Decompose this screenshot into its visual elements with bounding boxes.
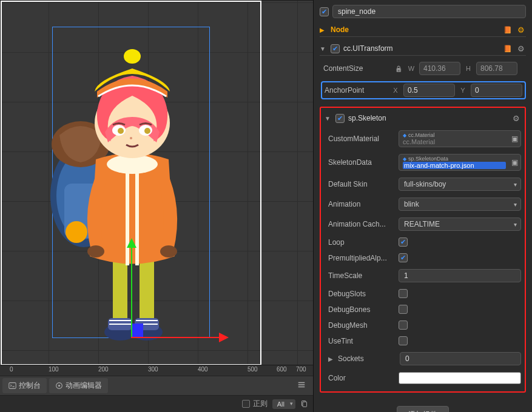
node-gear-icon[interactable] bbox=[516, 25, 526, 35]
svg-point-23 bbox=[58, 385, 60, 387]
node-enabled-checkbox[interactable] bbox=[320, 7, 329, 16]
uitransform-header[interactable]: ▼ cc.UITransform bbox=[320, 42, 526, 56]
premul-label: PremultipliedAlp... bbox=[328, 254, 395, 262]
panel-menu-icon[interactable] bbox=[292, 378, 311, 393]
node-name-row bbox=[320, 5, 526, 18]
w-label: W bbox=[407, 65, 416, 72]
node-name-input[interactable] bbox=[332, 5, 526, 18]
origin-handle[interactable] bbox=[131, 324, 143, 337]
custom-material-label: CustomMaterial bbox=[328, 135, 395, 143]
anim-cache-select[interactable]: REALTIME bbox=[399, 218, 521, 231]
x-label: X bbox=[391, 87, 400, 94]
default-skin-row: Default Skin full-skins/boy bbox=[325, 176, 521, 192]
custom-material-pick-icon[interactable]: ▣ bbox=[511, 135, 518, 143]
width-input[interactable] bbox=[419, 62, 460, 75]
skeleton-section: ▼ sp.Skeleton CustomMaterial cc.Material… bbox=[320, 107, 526, 393]
skeleton-header[interactable]: ▼ sp.Skeleton bbox=[325, 111, 521, 125]
lock-icon[interactable] bbox=[394, 64, 403, 73]
use-tint-checkbox[interactable] bbox=[399, 336, 408, 345]
sockets-disclosure-icon[interactable]: ▶ bbox=[328, 356, 334, 362]
svg-rect-21 bbox=[9, 383, 16, 389]
svg-rect-25 bbox=[303, 402, 307, 407]
uitransform-title: cc.UITransform bbox=[343, 44, 499, 53]
anim-cache-label: Animation Cach... bbox=[328, 220, 395, 228]
loop-checkbox[interactable] bbox=[399, 238, 408, 247]
x-axis-arrow bbox=[219, 333, 229, 342]
debug-slots-label: DebugSlots bbox=[328, 290, 395, 298]
anchorpoint-label: AnchorPoint bbox=[325, 86, 388, 95]
node-title: Node bbox=[331, 25, 499, 34]
height-input[interactable] bbox=[476, 62, 517, 75]
x-axis bbox=[131, 337, 223, 338]
skeleton-data-pick-icon[interactable]: ▣ bbox=[511, 158, 518, 167]
regex-toggle[interactable]: 正则 bbox=[242, 399, 268, 409]
tab-console-label: 控制台 bbox=[19, 380, 41, 391]
skeleton-data-row: SkeletonData sp.SkeletonData mix-and-mat… bbox=[325, 153, 521, 172]
uitransform-gear-icon[interactable] bbox=[516, 44, 526, 53]
skeleton-title: sp.Skeleton bbox=[348, 114, 508, 122]
contentsize-label: ContentSize bbox=[323, 64, 390, 73]
timescale-row: TimeScale bbox=[325, 268, 521, 284]
svg-rect-5 bbox=[113, 256, 127, 326]
svg-point-20 bbox=[130, 137, 132, 139]
tab-animation-editor[interactable]: 动画编辑器 bbox=[49, 378, 108, 393]
character-preview bbox=[47, 38, 217, 341]
anim-editor-icon bbox=[55, 382, 63, 390]
debug-bones-checkbox[interactable] bbox=[399, 305, 408, 314]
debug-mesh-checkbox[interactable] bbox=[399, 321, 408, 330]
tab-console[interactable]: 控制台 bbox=[2, 378, 47, 393]
use-tint-label: UseTint bbox=[328, 337, 395, 345]
copy-icon[interactable] bbox=[300, 400, 308, 408]
svg-point-12 bbox=[87, 245, 104, 258]
debug-bones-row: DebugBones bbox=[325, 304, 521, 315]
animation-select[interactable]: blink bbox=[399, 198, 521, 211]
anim-cache-row: Animation Cach... REALTIME bbox=[325, 216, 521, 232]
premul-row: PremultipliedAlp... bbox=[325, 252, 521, 264]
use-tint-row: UseTint bbox=[325, 335, 521, 347]
debug-slots-row: DebugSlots bbox=[325, 288, 521, 299]
color-label: Color bbox=[328, 374, 395, 382]
inspector-panel: ▶ Node ▼ cc.UITransform ContentSize W H … bbox=[313, 0, 532, 412]
scene-panel: 0 100 200 300 400 500 600 700 控制台 动画编辑器 … bbox=[0, 0, 313, 412]
skeleton-data-input[interactable]: sp.SkeletonData mix-and-match-pro.json ▣ bbox=[399, 154, 521, 171]
premul-checkbox[interactable] bbox=[399, 253, 408, 262]
h-label: H bbox=[464, 65, 473, 72]
svg-point-18 bbox=[118, 128, 124, 134]
skeleton-data-value: mix-and-match-pro.json bbox=[403, 162, 506, 169]
y-axis-arrow bbox=[127, 238, 136, 248]
skeleton-enabled-checkbox[interactable] bbox=[335, 114, 345, 123]
node-header[interactable]: ▶ Node bbox=[320, 23, 526, 37]
log-filter-dropdown[interactable]: All bbox=[272, 399, 295, 409]
debug-slots-checkbox[interactable] bbox=[399, 289, 408, 298]
regex-checkbox[interactable] bbox=[242, 400, 250, 408]
skeleton-disclosure-icon[interactable]: ▼ bbox=[325, 115, 332, 122]
console-filter-bar: 正则 All bbox=[0, 395, 313, 412]
sockets-input[interactable] bbox=[400, 352, 521, 365]
add-component-button[interactable]: 添加组件 bbox=[397, 406, 449, 412]
ruler-x: 0 100 200 300 400 500 600 700 bbox=[0, 365, 313, 376]
svg-point-15 bbox=[124, 49, 141, 64]
skeleton-data-type: sp.SkeletonData bbox=[403, 156, 506, 162]
tab-anim-label: 动画编辑器 bbox=[66, 380, 102, 391]
debug-bones-label: DebugBones bbox=[328, 305, 395, 314]
viewport[interactable] bbox=[0, 0, 313, 365]
docs-icon[interactable] bbox=[503, 25, 513, 35]
default-skin-select[interactable]: full-skins/boy bbox=[399, 178, 521, 191]
uitransform-disclosure-icon[interactable]: ▼ bbox=[320, 45, 327, 52]
loop-row: Loop bbox=[325, 236, 521, 248]
custom-material-value: cc.Material bbox=[403, 138, 506, 145]
custom-material-type: cc.Material bbox=[403, 132, 506, 138]
color-swatch[interactable] bbox=[399, 372, 521, 384]
color-row: Color bbox=[325, 371, 521, 385]
anchor-y-input[interactable] bbox=[471, 84, 522, 97]
skeleton-data-label: SkeletonData bbox=[328, 158, 395, 167]
timescale-input[interactable] bbox=[399, 269, 521, 282]
node-disclosure-icon[interactable]: ▶ bbox=[320, 27, 327, 33]
anchor-x-input[interactable] bbox=[403, 84, 455, 97]
uitransform-docs-icon[interactable] bbox=[503, 44, 513, 53]
custom-material-input[interactable]: cc.Material cc.Material ▣ bbox=[399, 130, 521, 147]
sockets-row: ▶ Sockets bbox=[325, 351, 521, 367]
skeleton-gear-icon[interactable] bbox=[511, 113, 521, 123]
uitransform-enabled-checkbox[interactable] bbox=[331, 44, 340, 53]
y-label: Y bbox=[459, 87, 467, 94]
